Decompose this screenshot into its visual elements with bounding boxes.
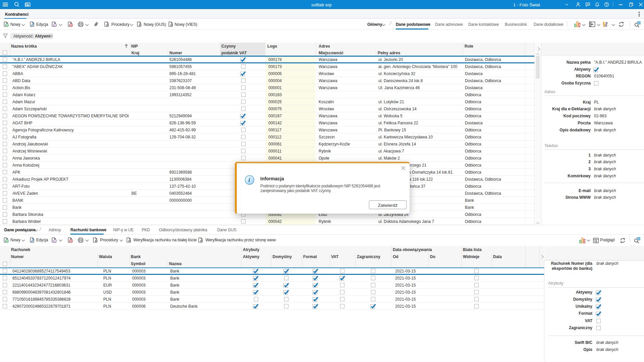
svg-text:i: i bbox=[248, 176, 250, 183]
